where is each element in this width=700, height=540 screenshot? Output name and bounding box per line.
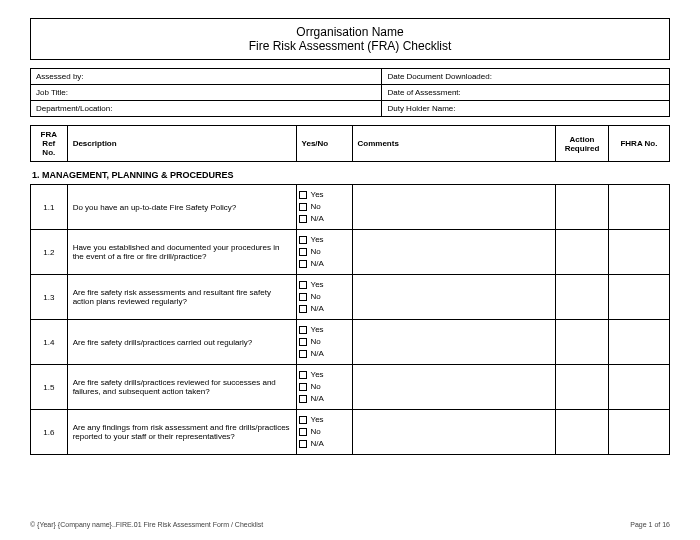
item-yn: YesNoN/A bbox=[296, 410, 352, 455]
footer-left: © {Year} {Company name}..FIRE.01 Fire Ri… bbox=[30, 521, 263, 528]
checkbox-na[interactable] bbox=[299, 305, 307, 313]
column-headers: FRA Ref No. Description Yes/No Comments … bbox=[30, 125, 670, 162]
doc-title: Fire Risk Assessment (FRA) Checklist bbox=[31, 39, 669, 53]
no-label: No bbox=[311, 291, 321, 303]
item-fhra[interactable] bbox=[608, 410, 669, 455]
yes-label: Yes bbox=[311, 324, 324, 336]
checkbox-yes[interactable] bbox=[299, 281, 307, 289]
assessed-by-label[interactable]: Assessed by: bbox=[31, 69, 382, 85]
item-comments[interactable] bbox=[352, 410, 556, 455]
title-box: Orrganisation Name Fire Risk Assessment … bbox=[30, 18, 670, 60]
checkbox-na[interactable] bbox=[299, 395, 307, 403]
item-comments[interactable] bbox=[352, 365, 556, 410]
item-ref: 1.1 bbox=[31, 185, 68, 230]
item-comments[interactable] bbox=[352, 275, 556, 320]
item-ref: 1.3 bbox=[31, 275, 68, 320]
item-ref: 1.5 bbox=[31, 365, 68, 410]
checklist-row: 1.4Are fire safety drills/practices carr… bbox=[31, 320, 670, 365]
yes-label: Yes bbox=[311, 369, 324, 381]
item-ref: 1.6 bbox=[31, 410, 68, 455]
item-fhra[interactable] bbox=[608, 365, 669, 410]
item-fhra[interactable] bbox=[608, 275, 669, 320]
date-downloaded-label[interactable]: Date Document Downloaded: bbox=[382, 69, 670, 85]
item-comments[interactable] bbox=[352, 185, 556, 230]
checkbox-na[interactable] bbox=[299, 350, 307, 358]
item-desc: Have you established and documented your… bbox=[67, 230, 296, 275]
checklist-row: 1.3Are fire safety risk assessments and … bbox=[31, 275, 670, 320]
checklist-row: 1.6Are any findings from risk assessment… bbox=[31, 410, 670, 455]
item-ref: 1.4 bbox=[31, 320, 68, 365]
header-desc: Description bbox=[67, 126, 296, 162]
header-action: Action Required bbox=[556, 126, 609, 162]
org-name: Orrganisation Name bbox=[31, 25, 669, 39]
item-action[interactable] bbox=[556, 365, 609, 410]
checkbox-yes[interactable] bbox=[299, 326, 307, 334]
header-fhra: FHRA No. bbox=[608, 126, 669, 162]
no-label: No bbox=[311, 381, 321, 393]
footer: © {Year} {Company name}..FIRE.01 Fire Ri… bbox=[30, 521, 670, 528]
na-label: N/A bbox=[311, 438, 324, 450]
item-yn: YesNoN/A bbox=[296, 320, 352, 365]
na-label: N/A bbox=[311, 393, 324, 405]
checkbox-yes[interactable] bbox=[299, 236, 307, 244]
no-label: No bbox=[311, 426, 321, 438]
checkbox-no[interactable] bbox=[299, 383, 307, 391]
checkbox-no[interactable] bbox=[299, 428, 307, 436]
footer-right: Page 1 of 16 bbox=[630, 521, 670, 528]
item-desc: Do you have an up-to-date Fire Safety Po… bbox=[67, 185, 296, 230]
checkbox-yes[interactable] bbox=[299, 416, 307, 424]
item-yn: YesNoN/A bbox=[296, 230, 352, 275]
item-desc: Are fire safety drills/practices reviewe… bbox=[67, 365, 296, 410]
dept-loc-label[interactable]: Department/Location: bbox=[31, 101, 382, 117]
item-desc: Are any findings from risk assessment an… bbox=[67, 410, 296, 455]
checklist-table: 1.1Do you have an up-to-date Fire Safety… bbox=[30, 184, 670, 455]
item-desc: Are fire safety drills/practices carried… bbox=[67, 320, 296, 365]
item-fhra[interactable] bbox=[608, 185, 669, 230]
yes-label: Yes bbox=[311, 414, 324, 426]
no-label: No bbox=[311, 201, 321, 213]
item-ref: 1.2 bbox=[31, 230, 68, 275]
date-assessment-label[interactable]: Date of Assessment: bbox=[382, 85, 670, 101]
item-action[interactable] bbox=[556, 410, 609, 455]
item-fhra[interactable] bbox=[608, 320, 669, 365]
header-yn: Yes/No bbox=[296, 126, 352, 162]
item-comments[interactable] bbox=[352, 230, 556, 275]
checkbox-no[interactable] bbox=[299, 293, 307, 301]
checkbox-no[interactable] bbox=[299, 338, 307, 346]
item-action[interactable] bbox=[556, 275, 609, 320]
job-title-label[interactable]: Job Title: bbox=[31, 85, 382, 101]
duty-holder-label[interactable]: Duty Holder Name: bbox=[382, 101, 670, 117]
item-yn: YesNoN/A bbox=[296, 185, 352, 230]
yes-label: Yes bbox=[311, 234, 324, 246]
na-label: N/A bbox=[311, 348, 324, 360]
checklist-row: 1.5Are fire safety drills/practices revi… bbox=[31, 365, 670, 410]
checkbox-yes[interactable] bbox=[299, 191, 307, 199]
item-action[interactable] bbox=[556, 230, 609, 275]
checkbox-na[interactable] bbox=[299, 440, 307, 448]
na-label: N/A bbox=[311, 213, 324, 225]
checkbox-na[interactable] bbox=[299, 260, 307, 268]
checklist-row: 1.2Have you established and documented y… bbox=[31, 230, 670, 275]
na-label: N/A bbox=[311, 258, 324, 270]
yes-label: Yes bbox=[311, 279, 324, 291]
item-yn: YesNoN/A bbox=[296, 365, 352, 410]
meta-table: Assessed by: Date Document Downloaded: J… bbox=[30, 68, 670, 117]
item-comments[interactable] bbox=[352, 320, 556, 365]
checkbox-no[interactable] bbox=[299, 203, 307, 211]
no-label: No bbox=[311, 336, 321, 348]
checkbox-yes[interactable] bbox=[299, 371, 307, 379]
item-desc: Are fire safety risk assessments and res… bbox=[67, 275, 296, 320]
item-fhra[interactable] bbox=[608, 230, 669, 275]
checklist-row: 1.1Do you have an up-to-date Fire Safety… bbox=[31, 185, 670, 230]
na-label: N/A bbox=[311, 303, 324, 315]
item-yn: YesNoN/A bbox=[296, 275, 352, 320]
section-title: 1. MANAGEMENT, PLANNING & PROCEDURES bbox=[30, 162, 670, 184]
checkbox-no[interactable] bbox=[299, 248, 307, 256]
checkbox-na[interactable] bbox=[299, 215, 307, 223]
item-action[interactable] bbox=[556, 320, 609, 365]
no-label: No bbox=[311, 246, 321, 258]
header-ref: FRA Ref No. bbox=[31, 126, 68, 162]
yes-label: Yes bbox=[311, 189, 324, 201]
header-comments: Comments bbox=[352, 126, 556, 162]
item-action[interactable] bbox=[556, 185, 609, 230]
